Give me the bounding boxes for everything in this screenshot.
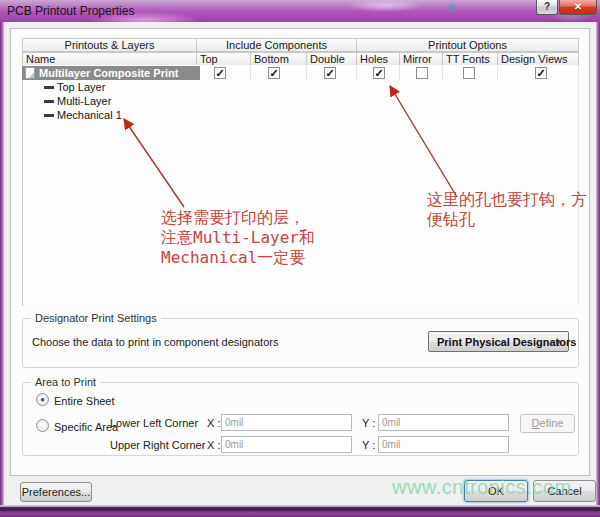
ok-button[interactable]: OK xyxy=(464,480,528,502)
chevron-down-icon: ▼ xyxy=(554,332,562,353)
layer-label: Mechanical 1 xyxy=(57,109,122,122)
help-button[interactable]: ? xyxy=(536,0,558,15)
upper-right-corner-label: Upper Right Corner xyxy=(110,439,205,452)
checkbox-mirror[interactable] xyxy=(416,67,428,79)
layer-row-top-layer[interactable]: Top Layer xyxy=(22,81,282,94)
group-header-include-components: Include Components xyxy=(196,38,357,52)
layer-dash-icon xyxy=(44,114,54,117)
column-header-tt-fonts: TT Fonts xyxy=(442,52,498,66)
designator-dropdown[interactable]: Print Physical Designators ▼ xyxy=(428,331,569,352)
title-bar[interactable]: PCB Printout Properties xyxy=(0,0,600,22)
close-button[interactable]: ✕ xyxy=(559,0,597,15)
column-separator xyxy=(442,66,443,80)
column-header-mirror: Mirror xyxy=(399,52,443,66)
designator-group-title: Designator Print Settings xyxy=(31,312,161,325)
upper-right-y-input xyxy=(378,436,509,453)
upper-right-y-label: Y : xyxy=(362,439,375,452)
preferences-button[interactable]: Preferences... xyxy=(20,482,92,502)
column-separator xyxy=(399,66,400,80)
annotation-line: 注意Multi-Layer和 xyxy=(161,228,315,248)
help-icon: ? xyxy=(544,1,550,12)
column-header-bottom: Bottom xyxy=(250,52,307,66)
layer-label: Top Layer xyxy=(57,81,105,94)
column-header-name: Name xyxy=(22,52,197,66)
column-separator xyxy=(497,66,498,80)
annotation-line: 这里的孔也要打钩，方 xyxy=(427,190,587,210)
checkbox-design-views[interactable]: ✓ xyxy=(535,67,547,79)
window-frame-bottom xyxy=(0,505,600,517)
radio-entire-sheet[interactable]: ● xyxy=(36,393,49,406)
checkbox-tt-fonts[interactable] xyxy=(463,67,475,79)
annotation-line: 选择需要打印的层， xyxy=(161,208,315,228)
column-separator xyxy=(250,66,251,80)
lower-left-y-label: Y : xyxy=(362,417,375,430)
annotation-line: 便钻孔 xyxy=(427,210,587,230)
checkbox-double-sided[interactable]: ✓ xyxy=(324,67,336,79)
layer-row-mechanical-1[interactable]: Mechanical 1 xyxy=(22,109,282,122)
layer-dash-icon xyxy=(44,86,54,89)
upper-right-x-input xyxy=(221,436,352,453)
close-icon: ✕ xyxy=(574,1,582,12)
checkbox-top[interactable]: ✓ xyxy=(214,67,226,79)
define-button: Define xyxy=(520,414,575,433)
upper-right-x-label: X : xyxy=(207,439,220,452)
column-separator xyxy=(306,66,307,80)
area-group-title: Area to Print xyxy=(31,376,100,389)
cancel-button[interactable]: Cancel xyxy=(533,480,596,502)
column-header-design-views: Design Views xyxy=(497,52,579,66)
printout-page-icon xyxy=(25,67,35,79)
holes-annotation: 这里的孔也要打钩，方 便钻孔 xyxy=(427,190,587,230)
window-title: PCB Printout Properties xyxy=(7,0,134,22)
radio-specific-area[interactable] xyxy=(36,419,49,432)
checkbox-bottom[interactable]: ✓ xyxy=(268,67,280,79)
lower-left-y-input xyxy=(378,414,509,431)
column-header-double-sided: Double Si... xyxy=(306,52,357,66)
annotation-line: Mechanical一定要 xyxy=(161,248,315,268)
layer-row-multi-layer[interactable]: Multi-Layer xyxy=(22,95,282,108)
column-header-holes: Holes xyxy=(356,52,400,66)
designator-description: Choose the data to print in component de… xyxy=(32,336,278,349)
pcb-printout-properties-dialog: PCB Printout Properties ? ✕ Printouts & … xyxy=(0,0,600,517)
layer-dash-icon xyxy=(44,100,54,103)
entire-sheet-label: Entire Sheet xyxy=(54,395,115,408)
lower-left-corner-label: Lower Left Corner xyxy=(110,417,198,430)
checkbox-holes[interactable]: ✓ xyxy=(373,67,385,79)
specific-area-label: Specific Area xyxy=(54,421,118,434)
column-separator xyxy=(356,66,357,80)
lower-left-x-input xyxy=(221,414,352,431)
column-header-top: Top xyxy=(196,52,251,66)
layers-annotation: 选择需要打印的层， 注意Multi-Layer和 Mechanical一定要 xyxy=(161,208,315,268)
layer-label: Multi-Layer xyxy=(57,95,111,108)
lower-left-x-label: X : xyxy=(207,417,220,430)
group-header-printouts-layers: Printouts & Layers xyxy=(22,38,197,52)
group-header-printout-options: Printout Options xyxy=(356,38,579,52)
printout-name: Multilayer Composite Print xyxy=(39,66,178,80)
printout-row-multilayer-composite[interactable]: Multilayer Composite Print xyxy=(22,66,200,80)
window-frame-right xyxy=(596,22,600,517)
